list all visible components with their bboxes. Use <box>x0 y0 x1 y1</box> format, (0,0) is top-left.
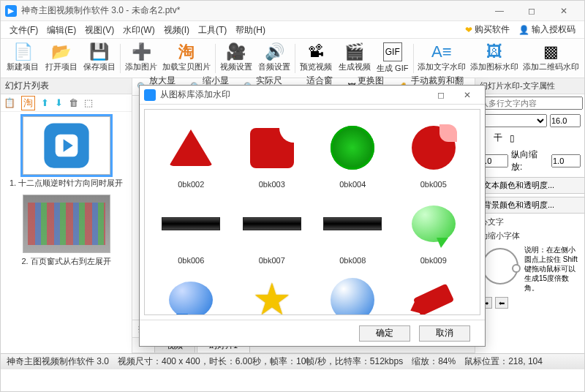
buy-link[interactable]: ❤购买软件 <box>461 23 514 36</box>
tb-addbb[interactable]: 淘加载宝贝图片 <box>160 40 213 77</box>
tb-save[interactable]: 💾保存项目 <box>80 40 118 77</box>
bar-black-icon <box>243 217 301 230</box>
lp-down-icon[interactable]: ⬇ <box>55 97 63 108</box>
tb-preview[interactable]: 📽预览视频 <box>297 40 335 77</box>
lp-delete-icon[interactable]: 🗑 <box>69 97 78 108</box>
vscale-input[interactable] <box>551 154 581 167</box>
camera-gear-icon: 🎥 <box>226 44 246 60</box>
bar-black-icon <box>162 217 220 230</box>
slide-item[interactable]: 2. 百页窗式从右到左展开 <box>5 195 127 267</box>
dialog-body: 0bk002 0bk003 0bk004 0bk005 0bk006 0bk00… <box>144 109 480 315</box>
seal-green-icon <box>331 126 374 170</box>
right-panel-title: 幻灯片水印-文字属性 <box>475 78 584 94</box>
add-image-icon: ➕ <box>132 44 151 60</box>
dialog-app-icon <box>144 89 156 101</box>
vscale-label: 纵向缩放: <box>511 148 548 173</box>
window-title: 神奇主图视频制作软件 3.0 - 未命名2.ptv* <box>21 4 483 17</box>
tag-red-icon <box>413 284 454 315</box>
slide-thumb[interactable] <box>23 195 110 253</box>
slide-caption: 2. 百页窗式从右到左展开 <box>5 256 127 267</box>
menu-view[interactable]: 视图(V) <box>80 21 118 39</box>
tb-new[interactable]: 📄新建项目 <box>4 40 42 77</box>
image-watermark-icon: 🖼 <box>486 44 502 60</box>
slide-item[interactable]: 1. 十二点顺逆时针方向同时展开 <box>5 116 127 189</box>
status-mouse: 鼠标位置：218, 104 <box>464 355 543 368</box>
statusbar: 神奇主图视频制作软件 3.0 视频尺寸：400 x 400，时长：6.00秒，帧… <box>1 353 584 369</box>
watermark-text-input[interactable] <box>479 97 583 110</box>
lp-frame-icon[interactable]: ⬚ <box>84 97 93 108</box>
menu-file[interactable]: 文件(F) <box>5 21 42 39</box>
style-btn-3[interactable]: ▯ <box>510 133 515 143</box>
speaker-icon: 🔊 <box>265 44 284 60</box>
dialog-footer: 确定 取消 <box>140 320 485 346</box>
left-panel-title: 幻灯片列表 <box>1 78 132 94</box>
maximize-button[interactable]: ◻ <box>516 1 548 21</box>
icon-item[interactable]: 0bk006 <box>154 195 229 265</box>
menu-watermark[interactable]: 水印(W) <box>118 21 159 39</box>
left-panel: 幻灯片列表 📋 淘 ⬆ ⬇ 🗑 ⬚ 1. 十二点顺逆时针方向同时展开 2. 百页… <box>1 78 132 353</box>
menu-video[interactable]: 视频(I) <box>159 21 194 39</box>
dialog-ok-button[interactable]: 确定 <box>359 325 410 342</box>
render-icon: 🎬 <box>344 44 364 60</box>
menu-edit[interactable]: 编辑(E) <box>42 21 80 39</box>
bar-black-icon <box>323 217 382 230</box>
file-new-icon: 📄 <box>13 44 33 60</box>
tb-aset[interactable]: 🔊音频设置 <box>255 40 293 77</box>
tb-open[interactable]: 📂打开项目 <box>42 40 80 77</box>
bg-color-button[interactable]: 背景颜色和透明度... <box>478 197 584 214</box>
license-link[interactable]: 👤输入授权码 <box>514 23 580 36</box>
menu-help[interactable]: 帮助(H) <box>231 21 270 39</box>
dialog-maximize-button[interactable]: ◻ <box>428 90 454 100</box>
lp-copy-icon[interactable]: 📋 <box>4 97 15 108</box>
tb-vset[interactable]: 🎥视频设置 <box>217 40 255 77</box>
close-button[interactable]: ✕ <box>548 1 580 21</box>
icon-item[interactable] <box>154 271 229 315</box>
bubble-blue-icon <box>169 282 213 315</box>
tb-wmtext[interactable]: A≡添加文字水印 <box>415 40 468 77</box>
font-family-select[interactable] <box>479 114 547 127</box>
bubble-green-icon <box>412 206 456 242</box>
preview-icon: 📽 <box>308 44 324 60</box>
circle-blue-icon <box>331 278 374 315</box>
minimize-button[interactable]: — <box>483 1 516 21</box>
menu-tools[interactable]: 工具(T) <box>194 21 231 39</box>
icon-item[interactable]: 0bk002 <box>154 118 229 189</box>
menubar: 文件(F) 编辑(E) 视图(V) 水印(W) 视频(I) 工具(T) 帮助(H… <box>1 21 584 39</box>
icon-item[interactable]: ★ <box>235 271 310 315</box>
icon-item[interactable] <box>315 271 390 315</box>
dialog-close-button[interactable]: ✕ <box>454 90 480 100</box>
icon-library-dialog: 从图标库添加水印 ◻ ✕ 0bk002 0bk003 0bk004 0bk005… <box>139 85 486 347</box>
style-btn-2[interactable]: 干 <box>494 132 502 144</box>
tb-gif[interactable]: GIF生成 GIF <box>374 40 412 77</box>
icon-item[interactable]: 0bk003 <box>235 118 310 189</box>
angle-dial[interactable] <box>482 248 518 284</box>
square-peel-icon <box>250 128 294 168</box>
right-panel: 幻灯片水印-文字属性 ... ✔ 干 ▯ 纵向缩放: 文本颜色和透明度... 背… <box>475 78 584 353</box>
slide-caption: 1. 十二点顺逆时针方向同时展开 <box>5 178 127 189</box>
arrow-left-button[interactable]: ⬅ <box>495 297 508 309</box>
icon-item[interactable]: 0bk005 <box>396 118 472 189</box>
tb-wmqr[interactable]: ▩添加二维码水印 <box>521 40 582 77</box>
star-yellow-icon: ★ <box>252 278 292 315</box>
tb-wmimg[interactable]: 🖼添加图标水印 <box>468 40 521 77</box>
tb-addimg[interactable]: ➕添加图片 <box>122 40 160 77</box>
text-color-button[interactable]: 文本颜色和透明度... <box>478 177 584 194</box>
folder-open-icon: 📂 <box>51 44 71 60</box>
icon-item[interactable]: 0bk009 <box>396 195 472 265</box>
text-watermark-icon: A≡ <box>431 44 452 60</box>
dialog-title: 从图标库添加水印 <box>160 88 428 101</box>
tb-gen[interactable]: 🎬生成视频 <box>336 40 374 77</box>
icon-item[interactable] <box>396 271 472 315</box>
font-size-input[interactable] <box>550 114 581 127</box>
icon-item[interactable]: 0bk007 <box>235 195 310 265</box>
icon-item[interactable]: 0bk004 <box>315 118 390 189</box>
lp-taobao-icon[interactable]: 淘 <box>21 96 35 110</box>
taobao-icon: 淘 <box>178 44 195 60</box>
status-app: 神奇主图视频制作软件 3.0 <box>7 355 109 368</box>
lp-up-icon[interactable]: ⬆ <box>41 97 49 108</box>
slide-list: 1. 十二点顺逆时针方向同时展开 2. 百页窗式从右到左展开 <box>1 112 132 353</box>
dialog-cancel-button[interactable]: 取消 <box>419 325 470 342</box>
icon-item[interactable]: 0bk008 <box>315 195 390 265</box>
slide-thumb[interactable] <box>23 116 110 175</box>
qrcode-icon: ▩ <box>543 44 559 60</box>
